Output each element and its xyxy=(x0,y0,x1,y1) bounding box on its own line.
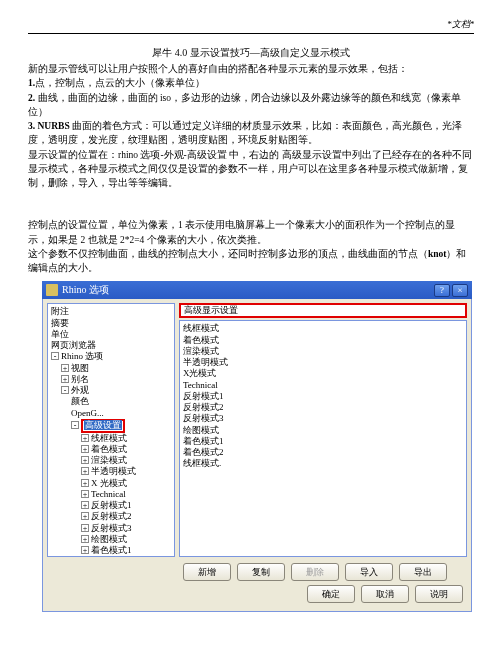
tree-toggle[interactable]: + xyxy=(81,434,89,442)
tree-node[interactable]: 线框模式 xyxy=(91,433,127,443)
list-item[interactable]: 反射模式1 xyxy=(183,391,463,402)
list-item[interactable]: 着色模式 xyxy=(183,335,463,346)
list-item[interactable]: 半透明模式 xyxy=(183,357,463,368)
group-header-highlight: 高级显示设置 xyxy=(179,303,467,318)
group-header-label: 高级显示设置 xyxy=(184,304,238,317)
list-text-3: 曲面的着色方式：可以通过定义详细的材质显示效果，比如：表面颜色，高光颜色，光泽度… xyxy=(28,121,462,145)
list-item-3: 3. NURBS 曲面的着色方式：可以通过定义详细的材质显示效果，比如：表面颜色… xyxy=(28,119,474,148)
tree-node[interactable]: 反射模式2 xyxy=(91,511,132,521)
list-item[interactable]: Technical xyxy=(183,380,463,391)
tree-toggle[interactable]: + xyxy=(81,535,89,543)
list-item[interactable]: 线框模式 xyxy=(183,323,463,334)
tree-toggle[interactable]: - xyxy=(61,386,69,394)
list-item[interactable]: 反射模式3 xyxy=(183,413,463,424)
tree-toggle[interactable]: + xyxy=(81,512,89,520)
close-button[interactable]: × xyxy=(452,284,468,297)
list-item[interactable]: 渲染模式 xyxy=(183,346,463,357)
copy-button[interactable]: 复制 xyxy=(237,563,285,581)
cancel-button[interactable]: 取消 xyxy=(361,585,409,603)
dialog-title: Rhino 选项 xyxy=(62,283,109,297)
paragraph-location: 显示设置的位置在：rhino 选项-外观-高级设置 中，右边的 高级显示设置中列… xyxy=(28,148,474,191)
tree-toggle[interactable]: + xyxy=(81,456,89,464)
tree-toggle[interactable]: + xyxy=(81,501,89,509)
tree-toggle[interactable]: + xyxy=(81,490,89,498)
tree-toggle[interactable]: + xyxy=(81,524,89,532)
tree-node[interactable]: 绘图模式 xyxy=(91,534,127,544)
header-rule xyxy=(28,33,474,34)
doc-title: 犀牛 4.0 显示设置技巧—高级自定义显示模式 xyxy=(28,46,474,60)
import-button[interactable]: 导入 xyxy=(345,563,393,581)
rhino-icon xyxy=(46,284,58,296)
list-num-3: 3. NURBS xyxy=(28,121,70,131)
tree-node-highlight: 高级设置 xyxy=(81,419,125,433)
help-button[interactable]: 说明 xyxy=(415,585,463,603)
display-modes-listbox[interactable]: 线框模式 着色模式 渲染模式 半透明模式 X光模式 Technical 反射模式… xyxy=(179,320,467,557)
paragraph-knot: 这个参数不仅控制曲面，曲线的控制点大小，还同时控制多边形的顶点，曲线曲面的节点（… xyxy=(28,247,474,276)
tree-node[interactable]: 渲染模式 xyxy=(91,455,127,465)
tree-node[interactable]: Rhino 选项 xyxy=(61,351,103,361)
tree-node[interactable]: 视图 xyxy=(71,363,89,373)
list-item[interactable]: 着色模式2 xyxy=(183,447,463,458)
list-item-1: 1.点，控制点，点云的大小（像素单位） xyxy=(28,76,474,90)
tree-node[interactable]: 颜色 xyxy=(71,396,89,406)
intro-paragraph: 新的显示管线可以让用户按照个人的喜好自由的搭配各种显示元素的显示效果，包括： xyxy=(28,62,474,76)
tree-toggle[interactable]: - xyxy=(71,421,79,429)
list-item[interactable]: 着色模式1 xyxy=(183,436,463,447)
tree-node[interactable]: OpenG... xyxy=(71,408,104,418)
list-item[interactable]: 反射模式2 xyxy=(183,402,463,413)
list-text-2: 曲线，曲面的边缘，曲面的 iso，多边形的边缘，闭合边缘以及外露边缘等的颜色和线… xyxy=(28,93,461,117)
list-item[interactable]: 线框模式. xyxy=(183,458,463,469)
para4-a: 这个参数不仅控制曲面，曲线的控制点大小，还同时控制多边形的顶点，曲线曲面的节点（ xyxy=(28,249,428,259)
tree-toggle[interactable]: + xyxy=(81,445,89,453)
list-item[interactable]: 绘图模式 xyxy=(183,425,463,436)
tree-toggle[interactable]: + xyxy=(81,467,89,475)
tree-node[interactable]: 反射模式3 xyxy=(91,523,132,533)
tree-node[interactable]: 半透明模式 xyxy=(91,466,136,476)
tree-toggle[interactable]: + xyxy=(81,479,89,487)
tree-node[interactable]: 外观 xyxy=(71,385,89,395)
tree-node[interactable]: Technical xyxy=(91,489,126,499)
tree-node[interactable]: 反射模式1 xyxy=(91,500,132,510)
tree-node[interactable]: 网页浏览器 xyxy=(51,340,96,350)
export-button[interactable]: 导出 xyxy=(399,563,447,581)
question-button[interactable]: ? xyxy=(434,284,450,297)
list-item[interactable]: X光模式 xyxy=(183,368,463,379)
delete-button[interactable]: 删除 xyxy=(291,563,339,581)
list-item-2: 2. 曲线，曲面的边缘，曲面的 iso，多边形的边缘，闭合边缘以及外露边缘等的颜… xyxy=(28,91,474,120)
tree-node[interactable]: X 光模式 xyxy=(91,478,127,488)
tree-node[interactable]: 单位 xyxy=(51,329,69,339)
tree-toggle[interactable]: + xyxy=(81,546,89,554)
tree-node-selected[interactable]: 高级设置 xyxy=(84,420,122,430)
tree-node[interactable]: 别名 xyxy=(71,374,89,384)
options-tree[interactable]: 附注 摘要 单位 网页浏览器 -Rhino 选项 +视图 +别名 -外观 颜色 xyxy=(47,303,175,557)
tree-node[interactable]: 着色模式1 xyxy=(91,545,132,555)
tree-node[interactable]: 着色模式 xyxy=(91,444,127,454)
tree-toggle[interactable]: + xyxy=(61,375,69,383)
new-button[interactable]: 新增 xyxy=(183,563,231,581)
knot-term: knot xyxy=(428,249,446,259)
rhino-options-dialog: Rhino 选项 ? × 附注 摘要 单位 网页浏览器 -Rhino 选项 +视… xyxy=(42,281,472,612)
tree-node[interactable]: 摘要 xyxy=(51,318,69,328)
paragraph-ctrlpt: 控制点的设置位置，单位为像素，1 表示使用电脑屏幕上一个像素大小的面积作为一个控… xyxy=(28,218,474,247)
tree-toggle[interactable]: - xyxy=(51,352,59,360)
tree-node[interactable]: 附注 xyxy=(51,306,69,316)
tree-toggle[interactable]: + xyxy=(61,364,69,372)
dialog-titlebar[interactable]: Rhino 选项 ? × xyxy=(42,281,472,299)
list-text-1: 点，控制点，点云的大小（像素单位） xyxy=(35,78,205,88)
ok-button[interactable]: 确定 xyxy=(307,585,355,603)
doc-header-mark: *文档* xyxy=(28,18,474,31)
